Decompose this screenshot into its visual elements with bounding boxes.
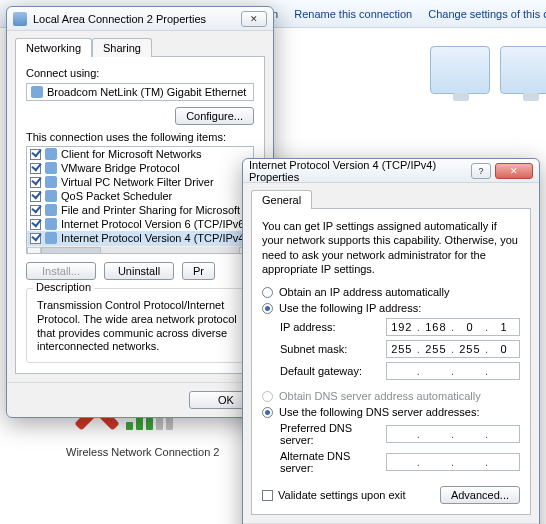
adapter-name: Broadcom NetLink (TM) Gigabit Ethernet (47, 86, 246, 98)
ip-octet[interactable]: 168 (421, 321, 451, 333)
scroll-track[interactable] (41, 247, 239, 255)
list-item[interactable]: File and Printer Sharing for Microsoft N… (27, 203, 253, 217)
ip-dot: . (485, 456, 489, 468)
preferred-dns-label: Preferred DNS server: (280, 422, 386, 446)
radio-obtain-dns-auto: Obtain DNS server address automatically (262, 390, 520, 402)
lan-title: Local Area Connection 2 Properties (33, 13, 237, 25)
radio-obtain-ip-auto[interactable]: Obtain an IP address automatically (262, 286, 520, 298)
list-item[interactable]: Client for Microsoft Networks (27, 147, 253, 161)
ip-octet[interactable]: 192 (387, 321, 417, 333)
radio-use-ip[interactable]: Use the following IP address: (262, 302, 520, 314)
component-icon (45, 176, 57, 188)
tab-networking[interactable]: Networking (15, 38, 92, 57)
ip-octet[interactable]: 0 (455, 321, 485, 333)
ip-address-row: IP address: 192.168.0.1 (280, 318, 520, 336)
default-gateway-label: Default gateway: (280, 365, 386, 377)
advanced-button[interactable]: Advanced... (440, 486, 520, 504)
subnet-mask-field[interactable]: 255.255.255.0 (386, 340, 520, 358)
subnet-mask-label: Subnet mask: (280, 343, 386, 355)
list-item-label: VMware Bridge Protocol (61, 162, 180, 174)
tab-sharing[interactable]: Sharing (92, 38, 152, 57)
radio-label: Use the following DNS server addresses: (279, 406, 480, 418)
radio-icon (262, 407, 273, 418)
checkbox-icon[interactable] (30, 233, 41, 244)
checkbox-icon (262, 490, 273, 501)
network-items-listbox[interactable]: Client for Microsoft NetworksVMware Brid… (26, 146, 254, 254)
list-item-label: Internet Protocol Version 4 (TCP/IPv4) (61, 232, 248, 244)
checkbox-icon[interactable] (30, 149, 41, 160)
component-icon (45, 162, 57, 174)
ip-dot: . (485, 365, 489, 377)
lan-dialog-buttons: OK (7, 382, 273, 417)
help-button[interactable]: ? (471, 163, 491, 179)
list-item[interactable]: Virtual PC Network Filter Driver (27, 175, 253, 189)
checkbox-icon[interactable] (30, 163, 41, 174)
ip-octet[interactable]: 0 (489, 343, 519, 355)
install-button[interactable]: Install... (26, 262, 96, 280)
alternate-dns-label: Alternate DNS server: (280, 450, 386, 474)
items-label: This connection uses the following items… (26, 131, 254, 143)
checkbox-icon[interactable] (30, 205, 41, 216)
lan-properties-dialog: Local Area Connection 2 Properties ✕ Net… (6, 6, 274, 418)
description-text: Transmission Control Protocol/Internet P… (37, 299, 243, 354)
component-icon (45, 190, 57, 202)
subnet-mask-row: Subnet mask: 255.255.255.0 (280, 340, 520, 358)
ipv4-properties-dialog: Internet Protocol Version 4 (TCP/IPv4) P… (242, 158, 540, 524)
monitor-icon (430, 46, 490, 94)
component-icon (45, 148, 57, 160)
alternate-dns-field[interactable]: ... (386, 453, 520, 471)
list-item[interactable]: QoS Packet Scheduler (27, 189, 253, 203)
toolbar-item-change-settings[interactable]: Change settings of this co (428, 8, 546, 20)
close-button[interactable]: ✕ (241, 11, 267, 27)
ip-octet[interactable]: 1 (489, 321, 519, 333)
radio-icon (262, 303, 273, 314)
ipv4-titlebar[interactable]: Internet Protocol Version 4 (TCP/IPv4) P… (243, 159, 539, 183)
radio-use-dns[interactable]: Use the following DNS server addresses: (262, 406, 520, 418)
radio-icon (262, 287, 273, 298)
list-item[interactable]: Internet Protocol Version 4 (TCP/IPv4) (27, 231, 253, 245)
alternate-dns-row: Alternate DNS server: ... (280, 450, 520, 474)
default-gateway-field[interactable]: ... (386, 362, 520, 380)
scroll-thumb[interactable] (41, 247, 101, 255)
lan-titlebar[interactable]: Local Area Connection 2 Properties ✕ (7, 7, 273, 31)
close-button[interactable]: ✕ (495, 163, 533, 179)
validate-settings-checkbox[interactable]: Validate settings upon exit (262, 489, 406, 501)
checkbox-icon[interactable] (30, 177, 41, 188)
uninstall-button[interactable]: Uninstall (104, 262, 174, 280)
checkbox-icon[interactable] (30, 219, 41, 230)
radio-label: Obtain an IP address automatically (279, 286, 449, 298)
properties-button[interactable]: Pr (182, 262, 215, 280)
lan-tabstrip: Networking Sharing (7, 31, 273, 56)
ip-address-label: IP address: (280, 321, 386, 333)
tab-general[interactable]: General (251, 190, 312, 209)
ip-address-field[interactable]: 192.168.0.1 (386, 318, 520, 336)
ip-dot: . (451, 456, 455, 468)
adapter-field[interactable]: Broadcom NetLink (TM) Gigabit Ethernet (26, 83, 254, 101)
monitor-icon (500, 46, 546, 94)
list-item-label: QoS Packet Scheduler (61, 190, 172, 202)
ipv4-tabstrip: General (243, 183, 539, 208)
checkbox-icon[interactable] (30, 191, 41, 202)
description-group: Description Transmission Control Protoco… (26, 288, 254, 363)
component-icon (45, 218, 57, 230)
validate-settings-label: Validate settings upon exit (278, 489, 406, 501)
preferred-dns-field[interactable]: ... (386, 425, 520, 443)
horizontal-scrollbar[interactable] (27, 245, 253, 254)
ip-dot: . (451, 428, 455, 440)
network-adapter-icon (13, 12, 27, 26)
radio-label: Obtain DNS server address automatically (279, 390, 481, 402)
ipv4-intro-text: You can get IP settings assigned automat… (262, 219, 520, 276)
list-item[interactable]: VMware Bridge Protocol (27, 161, 253, 175)
list-item-label: File and Printer Sharing for Microsoft N… (61, 204, 254, 216)
ip-octet[interactable]: 255 (421, 343, 451, 355)
scroll-left-arrow[interactable] (27, 247, 41, 255)
configure-button[interactable]: Configure... (175, 107, 254, 125)
ipv4-title: Internet Protocol Version 4 (TCP/IPv4) P… (249, 159, 467, 183)
ip-dot: . (417, 456, 421, 468)
list-item[interactable]: Internet Protocol Version 6 (TCP/IPv6) (27, 217, 253, 231)
toolbar-item-rename[interactable]: Rename this connection (294, 8, 412, 20)
radio-icon (262, 391, 273, 402)
ip-octet[interactable]: 255 (455, 343, 485, 355)
ip-octet[interactable]: 255 (387, 343, 417, 355)
ip-dot: . (417, 428, 421, 440)
